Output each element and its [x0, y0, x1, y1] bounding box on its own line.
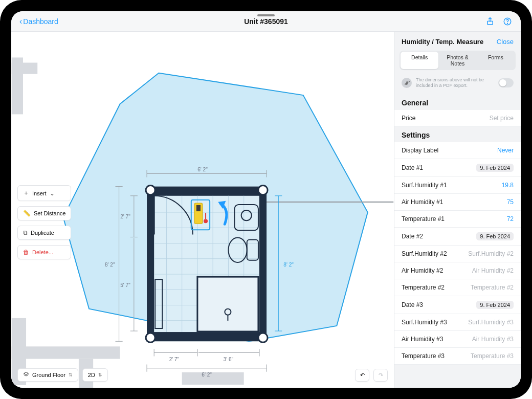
- floor-picker[interactable]: Ground Floor ⇅: [17, 368, 78, 382]
- delete-button[interactable]: 🗑 Delete...: [17, 245, 71, 259]
- close-button[interactable]: Close: [497, 38, 514, 46]
- svg-point-42: [204, 219, 208, 223]
- svg-point-46: [258, 186, 268, 195]
- svg-rect-13: [147, 332, 265, 341]
- tab-photos[interactable]: Photos & Notes: [438, 52, 476, 69]
- home-indicator: [257, 14, 275, 16]
- row-temperature-2[interactable]: Temperature #2 Temperature #2: [394, 279, 521, 296]
- redo-icon: ↷: [379, 372, 383, 379]
- row-date-3[interactable]: Date #3 9. Feb 2024: [394, 296, 521, 314]
- price-value: Set price: [490, 115, 514, 122]
- panel-title: Humidity / Temp. Measure: [402, 38, 483, 46]
- dim-bottom: 6' 2": [202, 372, 212, 378]
- floorplan-canvas[interactable]: 6' 2" 2' 7" 5' 7": [11, 32, 394, 388]
- row-price[interactable]: Price Set price: [394, 110, 521, 127]
- insert-label: Insert: [32, 190, 47, 196]
- svg-rect-15: [259, 187, 267, 342]
- svg-rect-41: [196, 205, 201, 211]
- copy-icon: ⧉: [23, 229, 28, 236]
- chevron-updown-icon: ⌄: [50, 190, 55, 197]
- chevron-left-icon: ‹: [19, 17, 22, 26]
- view-mode-label: 2D: [88, 372, 95, 378]
- dim-left-top: 2' 7": [120, 214, 130, 219]
- delete-label: Delete...: [32, 249, 53, 255]
- tab-details[interactable]: Details: [401, 52, 438, 69]
- tab-forms[interactable]: Forms: [477, 52, 515, 69]
- attachment-icon: 🖇: [402, 78, 412, 88]
- set-distance-label: Set Distance: [34, 210, 65, 216]
- insert-button[interactable]: ＋ Insert ⌄: [17, 185, 71, 201]
- undo-button[interactable]: ↶: [355, 369, 369, 382]
- svg-rect-8: [182, 372, 244, 385]
- ruler-icon: 📏: [23, 210, 31, 217]
- section-settings: Settings: [394, 127, 521, 142]
- chevron-updown-icon: ⇅: [98, 372, 102, 378]
- share-icon[interactable]: [485, 16, 495, 27]
- panel-tabs: Details Photos & Notes Forms: [400, 51, 516, 70]
- plus-icon: ＋: [23, 189, 29, 197]
- export-note-text: The dimensions above will not be include…: [416, 77, 494, 88]
- svg-point-45: [146, 186, 155, 195]
- page-title: Unit #365091: [244, 17, 288, 26]
- row-date-1[interactable]: Date #1 9. Feb 2024: [394, 159, 521, 177]
- row-temperature-1[interactable]: Temperature #1 72: [394, 211, 521, 228]
- svg-rect-6: [12, 346, 120, 359]
- dim-left-outer: 8' 2": [105, 262, 115, 268]
- svg-point-48: [258, 333, 268, 342]
- undo-icon: ↶: [360, 372, 365, 379]
- row-surf-humidity-3[interactable]: Surf.Humidity #3 Surf.Humidity #3: [394, 314, 521, 331]
- set-distance-button[interactable]: 📏 Set Distance: [17, 206, 71, 220]
- svg-point-47: [146, 333, 155, 342]
- redo-button[interactable]: ↷: [373, 369, 388, 382]
- inspector-panel: Humidity / Temp. Measure Close Details P…: [394, 32, 521, 388]
- row-surf-humidity-1[interactable]: Surf.Humidity #1 19.8: [394, 177, 521, 194]
- duplicate-button[interactable]: ⧉ Duplicate: [17, 226, 71, 240]
- svg-point-2: [507, 23, 508, 24]
- svg-rect-14: [147, 187, 154, 342]
- row-date-2[interactable]: Date #2 9. Feb 2024: [394, 228, 521, 246]
- price-label: Price: [402, 115, 415, 122]
- row-temperature-3[interactable]: Temperature #3 Temperature #3: [394, 348, 521, 365]
- help-icon[interactable]: [502, 16, 513, 27]
- trash-icon: 🗑: [23, 249, 29, 256]
- svg-rect-31: [197, 277, 258, 331]
- row-air-humidity-3[interactable]: Air Humidity #3 Air Humidity #3: [394, 331, 521, 348]
- export-note-row: 🖇 The dimensions above will not be inclu…: [394, 74, 521, 95]
- dim-left-bot: 5' 7": [120, 282, 130, 288]
- dim-bot-right: 3' 6": [224, 357, 234, 362]
- row-air-humidity-1[interactable]: Air Humidity #1 75: [394, 194, 521, 211]
- chevron-updown-icon: ⇅: [69, 372, 73, 378]
- dim-right: 8' 2": [283, 262, 294, 268]
- back-button[interactable]: ‹ Dashboard: [19, 17, 58, 26]
- row-display-label[interactable]: Display Label Never: [394, 142, 521, 159]
- section-general: General: [394, 95, 521, 110]
- duplicate-label: Duplicate: [31, 230, 54, 236]
- layers-icon: [23, 371, 29, 379]
- svg-rect-12: [147, 187, 265, 196]
- dim-bot-left: 2' 7": [169, 357, 180, 362]
- row-air-humidity-2[interactable]: Air Humidity #2 Air Humidity #2: [394, 262, 521, 279]
- svg-rect-4: [12, 63, 37, 74]
- row-surf-humidity-2[interactable]: Surf.Humidity #2 Surf.Humidity #2: [394, 246, 521, 262]
- floor-label: Ground Floor: [32, 372, 65, 378]
- back-label: Dashboard: [23, 17, 58, 26]
- export-toggle[interactable]: [498, 78, 514, 87]
- view-mode-picker[interactable]: 2D ⇅: [82, 368, 108, 382]
- dim-top: 6' 2": [197, 167, 208, 172]
